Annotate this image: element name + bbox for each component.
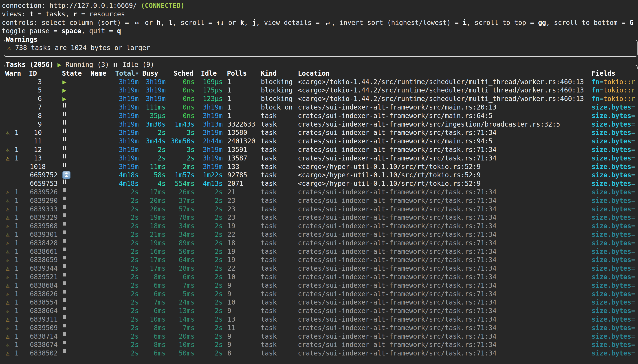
sched-duration: 50ms (164, 248, 195, 256)
task-row[interactable]: 83h19m35µs0ns3h19m1taskcrates/sui-indexe… (4, 112, 637, 120)
task-fields: size.bytes= (592, 239, 635, 248)
task-row[interactable]: ⚠168387142s6ms20ms2s9taskcrates/sui-inde… (4, 332, 637, 341)
polls-count: 1 (228, 103, 232, 112)
warning-icon: ⚠ (6, 315, 10, 324)
task-fields: size.bytes= (592, 282, 635, 290)
column-header-name[interactable]: Name (90, 69, 106, 78)
task-row[interactable]: ⚠168395262s17ms26ms2s21taskcrates/sui-in… (4, 188, 637, 196)
task-row[interactable]: ⚠168393292s19ms78ms2s23taskcrates/sui-in… (4, 214, 637, 222)
task-row[interactable]: ⚠168385022s6ms50ms2s8taskcrates/sui-inde… (4, 349, 637, 358)
warning-icon: ⚠ (6, 273, 10, 282)
task-row[interactable]: 93h19m3m30s1m43s3h13m3322633taskcrates/s… (4, 120, 637, 129)
warn-count: 1 (14, 214, 19, 222)
column-header-state[interactable]: State (62, 69, 82, 78)
task-id: 5 (30, 86, 42, 95)
idle-duration: 2s (192, 230, 223, 239)
column-header-location[interactable]: Location (298, 69, 330, 78)
task-row[interactable]: 66597534m18s4s554ms4m13s2071task<cargo>/… (4, 180, 637, 188)
task-fields: size.bytes= (592, 112, 635, 120)
idle-duration: 2s (192, 282, 223, 290)
task-row[interactable]: ⚠168392902s20ms37ms2s23taskcrates/sui-in… (4, 196, 637, 205)
task-row[interactable]: ⚠168386612s16ms50ms2s19taskcrates/sui-in… (4, 248, 637, 256)
task-row[interactable]: 113h19m3m44s30m50s2h44m2401320taskcrates… (4, 137, 637, 146)
column-header-busy[interactable]: Busy (142, 69, 158, 78)
column-header-fields[interactable]: Fields (592, 69, 615, 78)
task-location: crates/sui-indexer-alt-framework/src/tas… (298, 324, 496, 332)
total-duration: 2s (101, 256, 139, 264)
task-row[interactable]: 3▶3h19m3h19m0ns169µs1blocking<cargo>/tok… (4, 78, 637, 86)
task-row[interactable]: ⚠1103h19m2s3s3h19m13580taskcrates/sui-in… (4, 128, 637, 137)
column-header-id[interactable]: ID (29, 69, 37, 78)
task-row[interactable]: 5▶3h19m3h19m0ns175µs1blocking<cargo>/tok… (4, 86, 637, 95)
task-row[interactable]: ⚠168386592s17ms64ms2s19taskcrates/sui-in… (4, 256, 637, 264)
task-kind: task (261, 273, 277, 282)
task-row[interactable]: ⚠168386842s6ms7ms2s9taskcrates/sui-index… (4, 282, 637, 290)
task-fields: size.bytes= (592, 128, 635, 137)
task-kind: task (261, 256, 277, 264)
running-icon: ▶ (62, 86, 66, 95)
idle-duration: 1m22s (192, 171, 223, 180)
task-row[interactable]: 73h19m111ms0ns3h19m1block_oncrates/sui-i… (4, 103, 637, 112)
polls-count: 21 (228, 188, 235, 196)
sched-duration: 1m57s (164, 171, 195, 180)
idle-duration: 2s (192, 205, 223, 214)
table-header-row: WarnIDStateNameTotal▿BusySchedIdlePollsK… (4, 69, 637, 78)
task-location: <cargo>/hyper-util-0.1.10/src/rt/tokio.r… (298, 163, 481, 171)
task-row[interactable]: ⚠168395212s8ms6ms2s10taskcrates/sui-inde… (4, 273, 637, 282)
task-fields: size.bytes= (592, 146, 635, 154)
task-row[interactable]: ⚠168385542s7ms24ms2s10taskcrates/sui-ind… (4, 298, 637, 307)
task-row[interactable]: ⚠168393112s10ms14ms2s13taskcrates/sui-in… (4, 315, 637, 324)
task-id: 6838674 (30, 341, 58, 349)
busy-duration: 58s (135, 171, 166, 180)
tasks-panel: Tasks (2056) ▶ Running (3) Idle (9) Warn… (4, 65, 638, 364)
task-id: 6838428 (30, 239, 58, 248)
column-header-warn[interactable]: Warn (5, 69, 21, 78)
task-row[interactable]: 6▶3h19m3h19m0ns123µs1blocking<cargo>/tok… (4, 95, 637, 103)
task-fields: size.bytes= (592, 290, 635, 298)
task-row[interactable]: ⚠1123h19m2s3s3h19m13591taskcrates/sui-in… (4, 146, 637, 154)
info-line-3: toggle pause = space, quit = q (2, 27, 634, 36)
total-duration: 2s (101, 298, 139, 307)
busy-duration: 17ms (135, 188, 166, 196)
polls-count: 133 (228, 163, 239, 171)
task-fields: size.bytes= (592, 163, 635, 171)
task-row[interactable]: ⚠168393012s21ms34ms2s22taskcrates/sui-in… (4, 230, 637, 239)
task-row[interactable]: 66597524m18s58s1m57s1m22s92785task<cargo… (4, 171, 637, 180)
task-row[interactable]: ⚠168384282s19ms89ms2s18taskcrates/sui-in… (4, 239, 637, 248)
warn-count: 1 (14, 332, 19, 341)
task-row[interactable]: ⚠168386742s8ms10ms2s9taskcrates/sui-inde… (4, 341, 637, 349)
task-fields: size.bytes= (592, 188, 635, 196)
idle-duration: 2s (192, 349, 223, 358)
task-row[interactable]: ⚠1133h19m2s2s3h19m13587taskcrates/sui-in… (4, 154, 637, 163)
help-text: connection: http://127.0.0.1:6669/ (CONN… (2, 2, 634, 36)
column-header-sched[interactable]: Sched (174, 69, 193, 78)
task-id: 6839333 (30, 205, 58, 214)
warn-count: 1 (14, 146, 19, 154)
sched-duration: 24ms (164, 298, 195, 307)
task-row[interactable]: ⚠168395092s8ms7ms2s11taskcrates/sui-inde… (4, 324, 637, 332)
task-kind: task (261, 264, 277, 273)
task-location: crates/sui-indexer-alt-framework/src/tas… (298, 230, 496, 239)
sched-duration: 7ms (164, 282, 195, 290)
task-kind: task (261, 349, 277, 358)
task-row[interactable]: ⚠168395082s18ms34ms2s19taskcrates/sui-in… (4, 222, 637, 230)
task-kind: task (261, 282, 277, 290)
total-duration: 2s (101, 341, 139, 349)
column-header-total[interactable]: Total▿ (115, 69, 139, 78)
woken-icon (62, 171, 70, 179)
column-header-polls[interactable]: Polls (227, 69, 247, 78)
task-kind: task (261, 154, 277, 163)
task-row[interactable]: ⚠168393442s17ms28ms2s22taskcrates/sui-in… (4, 264, 637, 273)
task-row[interactable]: 10183h19m11ms2ms3h19m133task<cargo>/hype… (4, 163, 637, 171)
column-header-idle[interactable]: Idle (201, 69, 217, 78)
task-row[interactable]: ⚠168386642s6ms13ms2s9taskcrates/sui-inde… (4, 307, 637, 315)
polls-count: 2071 (228, 180, 243, 188)
task-row[interactable]: ⚠168386262s6ms5ms2s9taskcrates/sui-index… (4, 290, 637, 298)
busy-duration: 6ms (135, 282, 166, 290)
task-row[interactable]: ⚠168393332s20ms57ms2s23taskcrates/sui-in… (4, 205, 637, 214)
task-location: crates/sui-indexer-alt-framework/src/tas… (298, 256, 496, 264)
task-location: crates/sui-indexer-alt-framework/src/tas… (298, 222, 496, 230)
column-header-kind[interactable]: Kind (261, 69, 277, 78)
task-location: crates/sui-indexer-alt-framework/src/mai… (298, 137, 492, 146)
total-duration: 2s (101, 188, 139, 196)
